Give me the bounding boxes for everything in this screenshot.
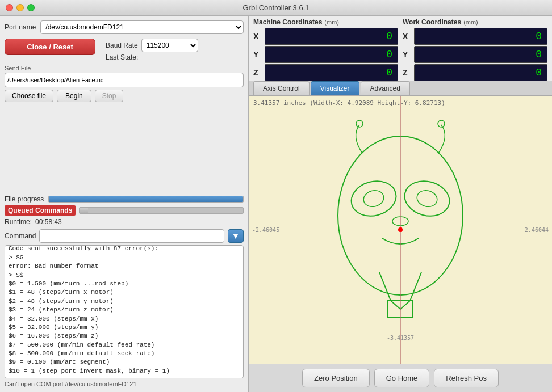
machine-y-value: 0 (265, 46, 398, 63)
runtime-row: Runtime: 00:58:43 (5, 218, 244, 226)
work-z-row: Z 0 (403, 64, 547, 81)
baud-label: Baud Rate (106, 41, 138, 49)
close-reset-button[interactable]: Close / Reset (5, 39, 95, 55)
go-home-button[interactable]: Go Home (374, 369, 430, 387)
machine-x-row: X 0 (253, 28, 398, 45)
work-y-value: 0 (414, 46, 547, 63)
runtime-value: 00:58:43 (35, 218, 62, 226)
send-file-section: Send File Choose file Begin Stop (5, 65, 244, 193)
svg-point-6 (438, 120, 445, 127)
svg-point-5 (356, 120, 363, 127)
progress-section: File progress Queued Commands Runtime: 0… (5, 195, 244, 229)
work-z-label: Z (403, 68, 412, 77)
work-coords-title: Work Coordinates (403, 18, 461, 26)
port-label: Port name (5, 23, 36, 31)
work-x-value: 0 (414, 28, 547, 45)
svg-point-8 (415, 188, 439, 209)
work-x-label: X (403, 32, 412, 41)
console-output[interactable]: > G2 X2.163515 Y1.899368 I-1.681057 J-2.… (5, 245, 244, 379)
command-input[interactable] (39, 229, 224, 243)
console-line: Code sent successfully with 87 error(s): (9, 245, 240, 254)
console-line: $0 = 1.500 (mm/turn ...rod step) (9, 280, 240, 288)
file-path-input[interactable] (5, 73, 244, 87)
svg-point-7 (362, 188, 386, 209)
close-button[interactable] (6, 4, 13, 11)
stop-button[interactable]: Stop (95, 90, 124, 102)
coords-area: Machine Coordinates (mm) X 0 Y 0 Z 0 (249, 16, 552, 81)
machine-axis-rows: X 0 Y 0 Z 0 (253, 28, 398, 81)
port-row: Port name /dev/cu.usbmodemFD121 (5, 20, 244, 34)
work-coords-column: Work Coordinates (mm) X 0 Y 0 Z 0 (403, 18, 547, 81)
runtime-label: Runtime: (5, 218, 32, 226)
console-line: $1 = 48 (steps/turn x motor) (9, 288, 240, 297)
tab-advanced[interactable]: Advanced (361, 81, 410, 95)
svg-point-1 (348, 176, 400, 221)
work-y-label: Y (403, 50, 412, 59)
begin-button[interactable]: Begin (57, 90, 91, 102)
console-line: error: Bad number format (9, 262, 240, 271)
work-x-row: X 0 (403, 28, 547, 45)
maximize-button[interactable] (27, 4, 35, 11)
file-buttons: Choose file Begin Stop (5, 90, 244, 102)
machine-z-row: Z 0 (253, 64, 398, 81)
bottom-buttons: Zero Position Go Home Refresh Pos (249, 364, 552, 392)
status-bar: Can't open COM port /dev/cu.usbmodemFD12… (5, 381, 244, 387)
choose-file-button[interactable]: Choose file (5, 90, 53, 102)
viz-info: 3.41357 inches (Width-X: 4.92089 Height-… (253, 99, 445, 107)
minimize-button[interactable] (16, 4, 24, 11)
file-progress-bar (48, 196, 244, 203)
tab-visualizer[interactable]: Visualizer (311, 81, 359, 95)
machine-x-label: X (253, 32, 262, 41)
command-dropdown-button[interactable]: ▼ (228, 229, 244, 243)
work-axis-rows: X 0 Y 0 Z 0 (403, 28, 547, 81)
viz-right-label: 2.46044 (525, 227, 549, 233)
queued-bar (79, 207, 244, 214)
console-line: $3 = 24 (steps/turn z motor) (9, 306, 240, 314)
command-label: Command (5, 232, 36, 240)
window-controls[interactable] (6, 4, 35, 11)
console-line: > $G (9, 254, 240, 262)
machine-z-label: Z (253, 68, 262, 77)
visualizer-area: 3.41357 inches (Width-X: 4.92089 Height-… (249, 96, 552, 364)
command-row: Command ▼ (5, 229, 244, 243)
viz-bottom-label: -3.41357 (387, 335, 414, 341)
console-line: $2 = 48 (steps/turn y motor) (9, 297, 240, 306)
work-z-value: 0 (414, 64, 547, 81)
machine-coords-title: Machine Coordinates (253, 18, 322, 26)
queued-commands-label: Queued Commands (5, 205, 76, 216)
console-line: $6 = 16.000 (steps/mm z) (9, 332, 240, 340)
baud-select[interactable]: 115200 (141, 39, 198, 52)
zero-position-button[interactable]: Zero Position (302, 369, 370, 387)
machine-y-row: Y 0 (253, 46, 398, 63)
machine-y-label: Y (253, 50, 262, 59)
left-panel: Port name /dev/cu.usbmodemFD121 Close / … (0, 16, 249, 392)
viz-center-dot (398, 227, 403, 232)
machine-coords-unit: (mm) (324, 19, 339, 26)
console-line: $10 = 1 (step port invert mask, binary =… (9, 367, 240, 376)
console-line: $7 = 500.000 (mm/min default feed rate) (9, 341, 240, 349)
tab-axis-control[interactable]: Axis Control (253, 81, 310, 95)
console-line: $5 = 32.000 (steps/mm y) (9, 323, 240, 332)
queued-bar-fill (80, 208, 87, 213)
right-panel: Machine Coordinates (mm) X 0 Y 0 Z 0 (249, 16, 552, 392)
console-line: $8 = 500.000 (mm/min default seek rate) (9, 349, 240, 358)
file-progress-fill (49, 196, 243, 202)
refresh-pos-button[interactable]: Refresh Pos (434, 369, 499, 387)
console-line: > $$ (9, 271, 240, 280)
state-label: Last State: (106, 53, 138, 61)
window-title: Grbl Controller 3.6.1 (242, 3, 309, 12)
title-bar: Grbl Controller 3.6.1 (0, 0, 552, 16)
machine-z-value: 0 (265, 64, 398, 81)
port-select[interactable]: /dev/cu.usbmodemFD121 (40, 20, 244, 34)
machine-x-value: 0 (265, 28, 398, 45)
work-coords-unit: (mm) (463, 19, 478, 26)
file-progress-label: File progress (5, 195, 44, 203)
svg-point-2 (401, 176, 454, 221)
viz-left-label: -2.46045 (252, 227, 279, 233)
work-y-row: Y 0 (403, 46, 547, 63)
tabs-bar: Axis Control Visualizer Advanced (249, 81, 552, 96)
console-line: $9 = 0.100 (mm/arc segment) (9, 358, 240, 366)
console-line: $4 = 32.000 (steps/mm x) (9, 315, 240, 323)
machine-coords-column: Machine Coordinates (mm) X 0 Y 0 Z 0 (253, 18, 398, 81)
send-file-label: Send File (5, 65, 244, 71)
